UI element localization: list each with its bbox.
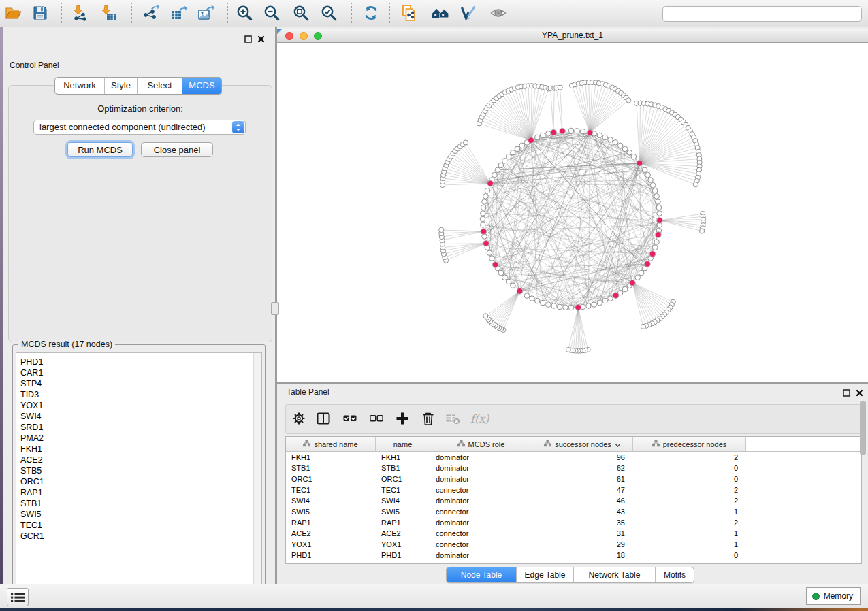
trash-icon[interactable] [421, 411, 438, 429]
optimization-criterion-select[interactable]: largest connected component (undirected) [33, 120, 246, 135]
scrollbar-track[interactable] [253, 353, 261, 594]
ring-node[interactable] [648, 178, 654, 183]
column-header-shared-name[interactable]: shared name [286, 437, 376, 451]
ring-node[interactable] [524, 293, 530, 299]
leaf-node[interactable] [626, 98, 631, 103]
mcds-hub-node[interactable] [630, 280, 636, 286]
ring-node[interactable] [568, 305, 574, 310]
mcds-hub-node[interactable] [483, 240, 489, 246]
ring-node[interactable] [498, 270, 504, 276]
ring-node[interactable] [487, 250, 492, 256]
tab-network-table[interactable]: Network Table [573, 567, 655, 582]
ring-node[interactable] [540, 300, 545, 306]
mcds-hub-node[interactable] [637, 160, 643, 166]
leaf-node[interactable] [439, 227, 444, 232]
leaf-node[interactable] [558, 85, 562, 90]
ring-node[interactable] [540, 133, 545, 138]
tab-select[interactable]: Select [137, 78, 182, 94]
mcds-hub-node[interactable] [560, 128, 566, 134]
ring-node[interactable] [489, 256, 495, 261]
houses-icon[interactable] [432, 4, 452, 23]
ring-node[interactable] [511, 283, 516, 288]
zoom-selected-icon[interactable] [320, 4, 340, 23]
ring-node[interactable] [654, 240, 660, 245]
ring-node[interactable] [481, 211, 486, 216]
leaf-node[interactable] [463, 140, 468, 145]
ring-node[interactable] [652, 188, 658, 193]
table-row[interactable]: TEC1TEC1connector472 [286, 484, 861, 495]
ring-node[interactable] [502, 275, 508, 280]
ring-node[interactable] [627, 150, 632, 156]
mcds-hub-node[interactable] [551, 129, 557, 135]
gear-icon[interactable] [291, 411, 309, 429]
save-icon[interactable] [31, 4, 52, 23]
v-pen-icon[interactable] [460, 4, 480, 23]
close-window-button[interactable] [285, 32, 293, 40]
scrollbar-thumb[interactable] [860, 401, 866, 455]
ring-node[interactable] [597, 133, 602, 138]
table-row[interactable]: STB1STB1dominator620 [286, 463, 861, 474]
leaf-node[interactable] [483, 314, 488, 318]
ring-node[interactable] [602, 135, 608, 140]
tab-style[interactable]: Style [104, 78, 137, 94]
mcds-hub-node[interactable] [645, 261, 651, 267]
mcds-hub-node[interactable] [649, 251, 656, 257]
ring-node[interactable] [515, 146, 520, 152]
ring-node[interactable] [622, 286, 628, 292]
mcds-hub-node[interactable] [656, 232, 662, 238]
ring-node[interactable] [639, 270, 644, 276]
leaf-node[interactable] [566, 347, 570, 352]
import-network-icon[interactable] [71, 4, 91, 23]
ring-node[interactable] [592, 302, 597, 308]
ring-node[interactable] [519, 143, 525, 148]
mcds-hub-node[interactable] [481, 229, 487, 235]
ring-node[interactable] [622, 146, 628, 152]
ring-node[interactable] [481, 205, 486, 210]
ring-node[interactable] [557, 304, 562, 310]
close-panel-icon[interactable] [257, 34, 266, 43]
zoom-fit-icon[interactable] [292, 4, 312, 23]
table-row[interactable]: RAP1RAP1dominator352 [286, 517, 861, 528]
network-window-titlebar[interactable]: YPA_prune.txt_1 [277, 29, 868, 43]
leaf-node[interactable] [700, 229, 705, 233]
column-header-mcds-role[interactable]: MCDS role [430, 437, 532, 451]
export-image-icon[interactable] [197, 4, 218, 23]
search-input[interactable] [662, 6, 862, 22]
leaf-node[interactable] [641, 324, 645, 329]
run-mcds-button[interactable]: Run MCDS [67, 142, 133, 157]
mcds-hub-node[interactable] [613, 293, 619, 299]
unchecked-boxes-icon[interactable] [369, 411, 387, 429]
import-table-icon[interactable] [100, 4, 120, 23]
share-document-icon[interactable] [400, 4, 421, 23]
tab-node-table[interactable]: Node Table [447, 567, 516, 582]
ring-node[interactable] [586, 303, 592, 309]
table-row[interactable]: SWI4SWI4dominator462 [286, 495, 861, 506]
ring-node[interactable] [613, 140, 618, 146]
mcds-hub-node[interactable] [492, 262, 498, 268]
ring-node[interactable] [650, 183, 656, 188]
float-panel-icon[interactable] [244, 34, 253, 43]
table-row[interactable]: YOX1YOX1connector291 [286, 539, 861, 550]
ring-node[interactable] [631, 154, 637, 159]
ring-node[interactable] [502, 159, 508, 164]
checked-boxes-icon[interactable] [342, 411, 360, 429]
ring-node[interactable] [608, 296, 613, 301]
ring-node[interactable] [482, 199, 487, 205]
ring-node[interactable] [492, 172, 498, 178]
zoom-window-button[interactable] [314, 32, 322, 40]
ring-node[interactable] [563, 305, 568, 310]
table-row[interactable]: PHD1PHD1dominator180 [286, 550, 861, 561]
mcds-hub-node[interactable] [657, 218, 663, 224]
columns-icon[interactable] [316, 411, 334, 429]
ring-node[interactable] [656, 199, 661, 205]
export-network-icon[interactable] [142, 4, 162, 23]
ring-node[interactable] [480, 216, 485, 222]
splitter-handle[interactable] [271, 302, 279, 315]
eye-icon[interactable] [489, 4, 510, 23]
close-panel-icon[interactable] [855, 388, 864, 397]
ring-node[interactable] [652, 245, 658, 250]
ring-node[interactable] [485, 188, 490, 193]
table-row[interactable]: ORC1ORC1dominator610 [286, 474, 861, 484]
ring-node[interactable] [495, 167, 500, 173]
ring-node[interactable] [511, 150, 516, 156]
